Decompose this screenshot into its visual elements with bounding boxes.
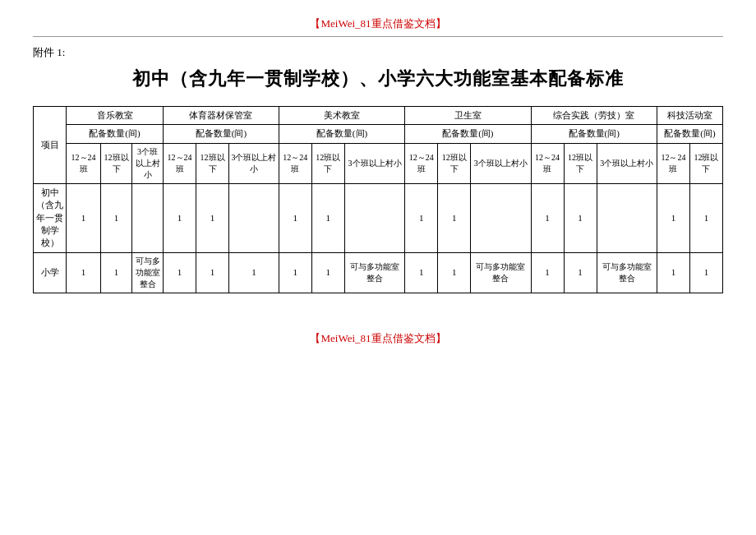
cell-sports-junior-2: 1 xyxy=(196,183,229,252)
cell-practice-junior-1: 1 xyxy=(531,183,564,252)
cell-music-junior-3 xyxy=(132,183,164,252)
cell-art-junior-2: 1 xyxy=(311,183,344,252)
col-music-2: 12班以下 xyxy=(101,143,132,183)
col-sports-3: 3个班以上村小 xyxy=(229,143,279,183)
sub-header-sports: 配备数量(间) xyxy=(164,125,279,143)
cell-health-junior-1: 1 xyxy=(405,183,438,252)
col-art-2: 12班以下 xyxy=(311,143,344,183)
col-art-3: 3个班以上村小 xyxy=(344,143,404,183)
col-music-1: 12～24班 xyxy=(67,143,101,183)
cell-music-primary-2: 1 xyxy=(101,252,132,293)
cell-practice-primary-3: 可与多功能室整合 xyxy=(597,252,657,293)
cell-art-primary-3: 可与多功能室整合 xyxy=(344,252,404,293)
cell-music-primary-3: 可与多功能室整合 xyxy=(132,252,164,293)
cell-music-primary-1: 1 xyxy=(67,252,101,293)
col-music-3: 3个班以上村小 xyxy=(132,143,164,183)
row-header-label: 项目 xyxy=(34,107,67,184)
cell-music-junior-2: 1 xyxy=(101,183,132,252)
table-row: 小学 1 1 可与多功能室整合 1 1 1 1 1 可与多功能室整合 1 1 可… xyxy=(34,252,723,293)
cat-header-practice: 综合实践（劳技）室 xyxy=(531,107,657,125)
main-title: 初中（含九年一贯制学校）、小学六大功能室基本配备标准 xyxy=(33,67,723,91)
cat-header-art: 美术教室 xyxy=(279,107,404,125)
cell-sports-primary-2: 1 xyxy=(196,252,229,293)
col-practice-3: 3个班以上村小 xyxy=(597,143,657,183)
sub-header-practice: 配备数量(间) xyxy=(531,125,657,143)
cat-header-health: 卫生室 xyxy=(405,107,531,125)
cell-art-junior-1: 1 xyxy=(279,183,311,252)
watermark-top: 【MeiWei_81重点借鉴文档】 xyxy=(33,16,723,37)
col-health-1: 12～24班 xyxy=(405,143,438,183)
cell-health-primary-3: 可与多功能室整合 xyxy=(471,252,531,293)
row-label-junior: 初中（含九年一贯制学校） xyxy=(34,183,67,252)
sub-header-science: 配备数量(间) xyxy=(657,125,722,143)
cell-science-primary-2: 1 xyxy=(689,252,722,293)
cell-sports-primary-3: 1 xyxy=(229,252,279,293)
cell-practice-primary-1: 1 xyxy=(531,252,564,293)
sub-header-music: 配备数量(间) xyxy=(67,125,164,143)
cell-practice-junior-3 xyxy=(597,183,657,252)
cell-art-primary-1: 1 xyxy=(279,252,311,293)
col-science-2: 12班以下 xyxy=(689,143,722,183)
main-table: 项目 音乐教室 体育器材保管室 美术教室 卫生室 综合实践（劳技）室 科技活动室… xyxy=(33,106,723,293)
cell-practice-primary-2: 1 xyxy=(564,252,597,293)
table-row: 初中（含九年一贯制学校） 1 1 1 1 1 1 1 1 1 1 1 1 xyxy=(34,183,723,252)
cell-science-junior-1: 1 xyxy=(657,183,689,252)
sub-header-health: 配备数量(间) xyxy=(405,125,531,143)
cell-health-primary-1: 1 xyxy=(405,252,438,293)
sub-header-art: 配备数量(间) xyxy=(279,125,404,143)
cat-header-sports: 体育器材保管室 xyxy=(164,107,279,125)
cell-practice-junior-2: 1 xyxy=(564,183,597,252)
cell-science-junior-2: 1 xyxy=(689,183,722,252)
col-health-3: 3个班以上村小 xyxy=(471,143,531,183)
cell-sports-primary-1: 1 xyxy=(164,252,196,293)
cell-art-primary-2: 1 xyxy=(311,252,344,293)
appendix-label: 附件 1: xyxy=(33,45,723,60)
col-science-1: 12～24班 xyxy=(657,143,689,183)
cell-health-junior-2: 1 xyxy=(438,183,471,252)
col-sports-1: 12～24班 xyxy=(164,143,196,183)
cat-header-science: 科技活动室 xyxy=(657,107,722,125)
cell-music-junior-1: 1 xyxy=(67,183,101,252)
row-label-primary: 小学 xyxy=(34,252,67,293)
cat-header-music: 音乐教室 xyxy=(67,107,164,125)
col-health-2: 12班以下 xyxy=(438,143,471,183)
col-sports-2: 12班以下 xyxy=(196,143,229,183)
cell-art-junior-3 xyxy=(344,183,404,252)
cell-health-primary-2: 1 xyxy=(438,252,471,293)
cell-science-primary-1: 1 xyxy=(657,252,689,293)
col-practice-1: 12～24班 xyxy=(531,143,564,183)
watermark-bottom: 【MeiWei_81重点借鉴文档】 xyxy=(33,326,723,346)
col-practice-2: 12班以下 xyxy=(564,143,597,183)
col-art-1: 12～24班 xyxy=(279,143,311,183)
cell-sports-junior-3 xyxy=(229,183,279,252)
cell-health-junior-3 xyxy=(471,183,531,252)
cell-sports-junior-1: 1 xyxy=(164,183,196,252)
